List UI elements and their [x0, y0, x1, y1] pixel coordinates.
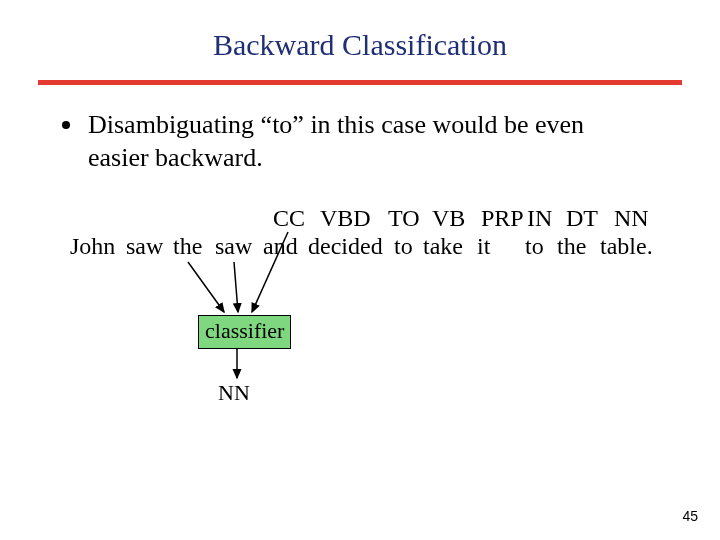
word-decided: decided: [308, 233, 383, 260]
arrow-the-to-classifier: [188, 262, 224, 312]
title-underline: [38, 80, 682, 85]
classifier-box: classifier: [198, 315, 291, 349]
slide-title: Backward Classification: [0, 0, 720, 62]
word-and: and: [263, 233, 298, 260]
word-john: John: [70, 233, 115, 260]
tag-dt: DT: [566, 205, 598, 232]
word-saw1: saw: [126, 233, 163, 260]
tag-to: TO: [388, 205, 420, 232]
word-take: take: [423, 233, 463, 260]
bullet-dot-icon: [62, 121, 70, 129]
tag-vb: VB: [432, 205, 465, 232]
tag-prp: PRP: [481, 205, 524, 232]
tag-in: IN: [527, 205, 552, 232]
slide-root: Backward Classification Disambiguating “…: [0, 0, 720, 540]
classifier-output: NN: [218, 380, 250, 406]
word-to2: to: [525, 233, 544, 260]
word-saw2: saw: [215, 233, 252, 260]
tag-vbd: VBD: [320, 205, 371, 232]
word-it: it: [477, 233, 490, 260]
word-the1: the: [173, 233, 202, 260]
tag-cc: CC: [273, 205, 305, 232]
tag-nn: NN: [614, 205, 649, 232]
page-number: 45: [682, 508, 698, 524]
bullet-text: Disambiguating “to” in this case would b…: [88, 109, 648, 174]
word-to1: to: [394, 233, 413, 260]
bullet-item: Disambiguating “to” in this case would b…: [62, 109, 720, 174]
word-table: table.: [600, 233, 653, 260]
arrow-saw-to-classifier: [234, 262, 238, 312]
word-the2: the: [557, 233, 586, 260]
